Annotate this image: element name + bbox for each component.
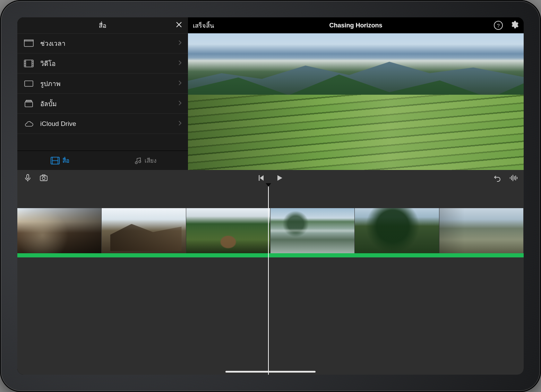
home-indicator[interactable] bbox=[225, 371, 316, 373]
ipad-device-frame: สื่อ ช่วงเวลา วิดีโอ bbox=[0, 0, 541, 392]
svg-rect-3 bbox=[24, 40, 33, 41]
albums-icon bbox=[24, 100, 34, 108]
timeline-clip[interactable] bbox=[439, 208, 524, 253]
viewer-panel: เสร็จสิ้น Chasing Horizons ? bbox=[188, 17, 524, 170]
project-title: Chasing Horizons bbox=[188, 22, 524, 29]
clip-thumbnail bbox=[17, 208, 101, 253]
tab-audio-label: เสียง bbox=[145, 156, 156, 165]
filmstrip-icon bbox=[51, 157, 60, 164]
chevron-right-icon bbox=[178, 120, 182, 128]
waveform-button[interactable] bbox=[509, 174, 517, 182]
microphone-icon bbox=[24, 174, 32, 182]
sidebar-item-moments[interactable]: ช่วงเวลา bbox=[17, 33, 188, 53]
svg-marker-29 bbox=[277, 175, 282, 181]
svg-rect-26 bbox=[42, 175, 45, 176]
chevron-right-icon bbox=[178, 100, 182, 108]
close-icon bbox=[175, 21, 182, 28]
timeline-clip[interactable] bbox=[270, 208, 355, 253]
photos-icon bbox=[24, 79, 34, 88]
viewer-header: เสร็จสิ้น Chasing Horizons ? bbox=[188, 17, 524, 33]
sidebar-item-label: รูปภาพ bbox=[40, 78, 178, 89]
timeline[interactable] bbox=[17, 186, 524, 375]
sidebar-item-label: ช่วงเวลา bbox=[40, 38, 178, 49]
svg-rect-16 bbox=[26, 100, 31, 101]
chevron-right-icon bbox=[178, 80, 182, 87]
clip-thumbnail bbox=[102, 208, 186, 253]
preview-graphic bbox=[188, 95, 524, 170]
timeline-clip[interactable] bbox=[355, 208, 439, 253]
clip-thumbnail bbox=[355, 208, 439, 253]
sidebar-list: ช่วงเวลา วิดีโอ รูปภาพ bbox=[17, 33, 188, 151]
audio-track[interactable] bbox=[17, 253, 524, 257]
timeline-clip[interactable] bbox=[102, 208, 186, 253]
sidebar-item-label: iCloud Drive bbox=[40, 120, 178, 128]
svg-rect-13 bbox=[25, 81, 33, 86]
svg-rect-28 bbox=[259, 175, 260, 181]
preview-viewport[interactable] bbox=[188, 33, 524, 170]
media-sidebar: สื่อ ช่วงเวลา วิดีโอ bbox=[17, 17, 188, 170]
undo-icon bbox=[493, 174, 501, 182]
svg-rect-14 bbox=[25, 102, 33, 107]
camera-icon bbox=[40, 174, 48, 182]
svg-point-25 bbox=[42, 177, 45, 180]
sidebar-item-albums[interactable]: อัลบั้ม bbox=[17, 94, 188, 114]
skip-back-button[interactable] bbox=[257, 174, 266, 182]
play-icon bbox=[275, 174, 284, 182]
app-screen: สื่อ ช่วงเวลา วิดีโอ bbox=[17, 17, 524, 375]
question-icon: ? bbox=[497, 23, 500, 28]
done-button[interactable]: เสร็จสิ้น bbox=[193, 20, 214, 31]
undo-button[interactable] bbox=[493, 174, 501, 182]
waveform-icon bbox=[509, 174, 517, 182]
help-button[interactable]: ? bbox=[494, 21, 503, 30]
svg-rect-23 bbox=[27, 174, 29, 179]
clip-track[interactable] bbox=[17, 208, 524, 253]
timeline-clip[interactable] bbox=[17, 208, 102, 253]
sidebar-tabs: สื่อ เสียง bbox=[17, 151, 188, 170]
video-icon bbox=[24, 59, 34, 68]
top-area: สื่อ ช่วงเวลา วิดีโอ bbox=[17, 17, 524, 170]
gear-icon bbox=[510, 20, 519, 29]
sidebar-item-icloud[interactable]: iCloud Drive bbox=[17, 114, 188, 134]
music-icon bbox=[134, 157, 142, 164]
close-sidebar-button[interactable] bbox=[175, 21, 182, 29]
clip-thumbnail bbox=[186, 208, 270, 253]
sidebar-item-photos[interactable]: รูปภาพ bbox=[17, 74, 188, 94]
sidebar-title: สื่อ bbox=[99, 20, 106, 31]
tab-media-label: สื่อ bbox=[62, 156, 69, 165]
playhead[interactable] bbox=[268, 186, 269, 375]
camera-capture-button[interactable] bbox=[40, 174, 48, 182]
record-voiceover-button[interactable] bbox=[24, 174, 32, 182]
sidebar-item-label: อัลบั้ม bbox=[40, 99, 178, 109]
tab-media[interactable]: สื่อ bbox=[17, 151, 103, 170]
sidebar-item-label: วิดีโอ bbox=[40, 58, 178, 69]
sidebar-header: สื่อ bbox=[17, 17, 188, 33]
sidebar-item-video[interactable]: วิดีโอ bbox=[17, 53, 188, 74]
tab-audio[interactable]: เสียง bbox=[103, 151, 188, 170]
settings-button[interactable] bbox=[510, 20, 519, 31]
clip-thumbnail bbox=[439, 208, 523, 253]
cloud-icon bbox=[24, 120, 34, 128]
play-button[interactable] bbox=[275, 174, 284, 182]
clip-thumbnail bbox=[270, 208, 354, 253]
svg-marker-27 bbox=[260, 175, 264, 181]
moments-icon bbox=[24, 39, 34, 48]
svg-rect-2 bbox=[24, 41, 33, 46]
skip-back-icon bbox=[257, 174, 266, 182]
timeline-clip[interactable] bbox=[186, 208, 270, 253]
chevron-right-icon bbox=[178, 60, 182, 67]
chevron-right-icon bbox=[178, 40, 182, 47]
